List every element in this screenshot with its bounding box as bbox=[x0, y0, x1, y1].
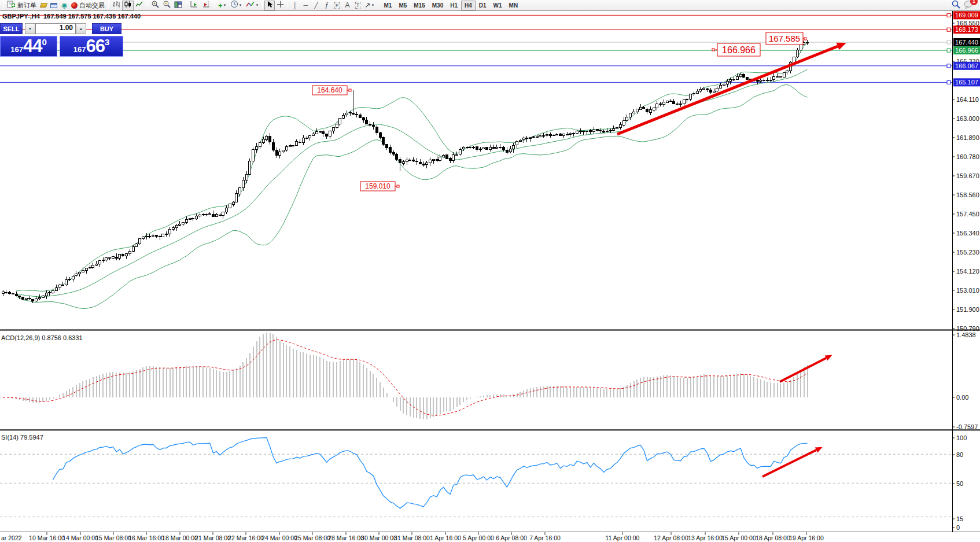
candle-body bbox=[669, 101, 672, 102]
candle-body bbox=[432, 159, 434, 160]
candle-body bbox=[473, 147, 475, 148]
candle-body bbox=[543, 135, 545, 136]
candle-body bbox=[125, 254, 127, 256]
timeframe-m15[interactable]: M15 bbox=[410, 1, 428, 10]
toolbar-separator bbox=[378, 1, 378, 9]
cursor-tool-button[interactable] bbox=[264, 1, 275, 10]
candle-body bbox=[513, 145, 515, 149]
toolbar-right-group: 1 bbox=[952, 0, 974, 11]
candle-body bbox=[422, 164, 425, 165]
zoom-out-button[interactable] bbox=[161, 1, 172, 10]
candle-body bbox=[556, 134, 558, 135]
candle-body bbox=[219, 215, 221, 215]
sell-price-tile[interactable]: 167 44 0 bbox=[0, 36, 57, 57]
trendline-icon: ╱ bbox=[314, 2, 318, 9]
candle-body bbox=[68, 279, 71, 280]
text-icon: A bbox=[345, 2, 349, 9]
bar-chart-icon bbox=[112, 0, 120, 10]
timeframe-h4[interactable]: H4 bbox=[461, 1, 476, 10]
timeframe-m1[interactable]: M1 bbox=[380, 1, 395, 10]
fibonacci-icon: ƒ bbox=[325, 2, 329, 9]
rsi-line bbox=[53, 438, 808, 508]
zoom-in-button[interactable] bbox=[149, 1, 161, 10]
volume-input[interactable]: 1.00 bbox=[35, 23, 76, 34]
trend-arrow-line[interactable] bbox=[617, 46, 838, 134]
time-label: 14 Mar 00:00 bbox=[62, 534, 98, 541]
new-order-button[interactable]: 新订单 bbox=[5, 1, 38, 10]
volume-increase-button[interactable]: ▲ bbox=[76, 23, 86, 34]
add-indicator-button[interactable]: + ▼ bbox=[216, 1, 229, 10]
time-label: 18 Apr 08:00 bbox=[756, 534, 790, 541]
crosshair-tool-button[interactable] bbox=[275, 1, 286, 10]
price-tick-label: 159.670 bbox=[956, 172, 979, 179]
timeframe-mn[interactable]: MN bbox=[506, 1, 522, 10]
candlestick-chart-button[interactable] bbox=[122, 1, 134, 10]
timeframe-m30[interactable]: M30 bbox=[429, 1, 447, 10]
toolbar-separator bbox=[3, 1, 3, 9]
timeframe-d1[interactable]: D1 bbox=[476, 1, 490, 10]
vertical-line-tool[interactable]: │ bbox=[290, 1, 300, 10]
periods-button[interactable]: ▼ bbox=[229, 1, 244, 10]
candle-body bbox=[509, 149, 511, 152]
autotrading-button[interactable]: 自动交易 bbox=[69, 1, 106, 10]
candle-body bbox=[763, 80, 765, 80]
candle-body bbox=[673, 102, 675, 104]
tile-windows-button[interactable] bbox=[172, 1, 184, 10]
candle-body bbox=[590, 131, 592, 132]
text-label-tool[interactable]: T bbox=[352, 1, 363, 10]
auto-scroll-button[interactable] bbox=[188, 1, 200, 10]
time-axis[interactable]: ar 202210 Mar 16:0014 Mar 00:0015 Mar 08… bbox=[1, 532, 824, 541]
candle-body bbox=[699, 89, 702, 91]
styler-button[interactable] bbox=[38, 1, 49, 10]
channel-tool[interactable]: F bbox=[331, 1, 342, 10]
candle-body bbox=[345, 113, 348, 115]
chart-shift-button[interactable] bbox=[200, 1, 212, 10]
candle-body bbox=[45, 293, 47, 296]
horizontal-line-tool[interactable]: ─ bbox=[300, 1, 311, 10]
candle-body bbox=[132, 246, 134, 251]
candle-body bbox=[549, 135, 551, 135]
candle-body bbox=[386, 144, 388, 148]
trendline-tool[interactable]: ╱ bbox=[311, 1, 321, 10]
bollinger-middle bbox=[16, 69, 808, 297]
volume-decrease-button[interactable]: ▼ bbox=[25, 23, 35, 34]
candle-body bbox=[429, 160, 432, 163]
bar-chart-button[interactable] bbox=[110, 1, 122, 10]
search-icon[interactable] bbox=[952, 0, 960, 11]
signals-button[interactable]: ◉ bbox=[59, 1, 69, 10]
buy-button[interactable]: BUY bbox=[92, 23, 121, 34]
toolbar-separator bbox=[262, 1, 263, 9]
candle-body bbox=[492, 148, 495, 149]
candle-body bbox=[586, 131, 588, 132]
callout-text: 159.010 bbox=[365, 182, 390, 190]
price-tick-label: 154.120 bbox=[956, 268, 979, 275]
market-watch-button[interactable] bbox=[49, 1, 59, 10]
text-tool[interactable]: A bbox=[342, 1, 352, 10]
candle-body bbox=[402, 161, 404, 163]
buy-price-tile[interactable]: 167 66 3 bbox=[60, 36, 123, 57]
candle-body bbox=[733, 79, 735, 80]
trend-arrow-line[interactable] bbox=[780, 358, 826, 382]
candle-body bbox=[145, 236, 148, 237]
candle-body bbox=[319, 132, 321, 132]
zigzag-colors-icon bbox=[246, 0, 255, 10]
candlesticks[interactable] bbox=[2, 40, 809, 303]
timeframe-h1[interactable]: H1 bbox=[447, 1, 461, 10]
time-label: 12 Apr 08:00 bbox=[654, 534, 688, 541]
timeframe-w1[interactable]: W1 bbox=[490, 1, 506, 10]
notifications-button[interactable]: 1 bbox=[964, 0, 974, 11]
timeframe-m5[interactable]: M5 bbox=[395, 1, 410, 10]
sell-button[interactable]: SELL bbox=[0, 23, 23, 34]
candle-body bbox=[653, 108, 655, 110]
fibonacci-tool[interactable]: ƒ bbox=[321, 1, 331, 10]
template-colors-button[interactable]: ▼ bbox=[244, 1, 261, 10]
chart-surface[interactable]: 168.550166.330164.110163.000161.890160.7… bbox=[0, 0, 980, 542]
arrows-tool[interactable]: ↗ ▼ bbox=[363, 1, 376, 10]
candle-body bbox=[449, 158, 451, 161]
candle-body bbox=[686, 99, 688, 100]
rsi-axis-label: 15 bbox=[956, 515, 963, 522]
candle-body bbox=[476, 147, 478, 150]
bollinger-bands bbox=[16, 42, 808, 308]
line-chart-button[interactable] bbox=[134, 1, 145, 10]
candle-body bbox=[305, 138, 308, 139]
